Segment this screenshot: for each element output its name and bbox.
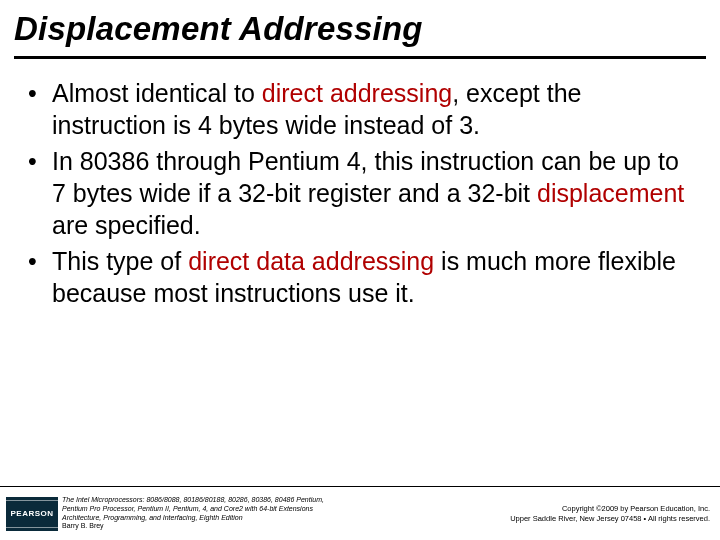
bullet-item: In 80386 through Pentium 4, this instruc… [24,145,696,241]
copyright-line: Copyright ©2009 by Pearson Education, In… [510,504,710,514]
book-line: The Intel Microprocessors: 8086/8088, 80… [62,496,324,505]
bullet-list: Almost identical to direct addressing, e… [24,77,696,309]
bullet-item: Almost identical to direct addressing, e… [24,77,696,141]
slide-title: Displacement Addressing [0,0,720,54]
highlight: direct data addressing [188,247,434,275]
highlight: direct addressing [262,79,452,107]
text: This type of [52,247,188,275]
book-citation: The Intel Microprocessors: 8086/8088, 80… [62,496,324,531]
copyright-line: Upper Saddle River, New Jersey 07458 • A… [510,514,710,524]
text: Almost identical to [52,79,262,107]
publisher-block: PEARSON The Intel Microprocessors: 8086/… [0,487,324,540]
slide-body: Almost identical to direct addressing, e… [0,59,720,309]
highlight: displacement [537,179,684,207]
copyright: Copyright ©2009 by Pearson Education, In… [510,504,710,524]
book-line: Pentium Pro Processor, Pentium II, Penti… [62,505,324,514]
book-line: Architecture, Programming, and Interfaci… [62,514,324,523]
pearson-logo: PEARSON [6,497,58,531]
footer: PEARSON The Intel Microprocessors: 8086/… [0,486,720,540]
text: are specified. [52,211,201,239]
slide: Displacement Addressing Almost identical… [0,0,720,540]
author-line: Barry B. Brey [62,522,324,531]
bullet-item: This type of direct data addressing is m… [24,245,696,309]
